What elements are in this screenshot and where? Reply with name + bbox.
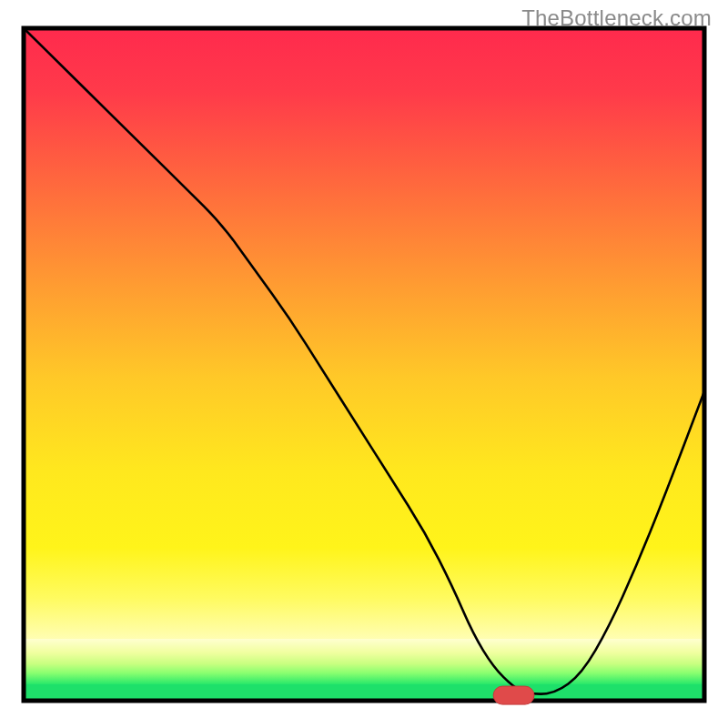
- gradient-lower: [24, 639, 704, 684]
- bottleneck-chart: [0, 0, 728, 728]
- trough-marker: [493, 686, 534, 704]
- gradient-upper: [24, 28, 704, 662]
- plot-area: [24, 28, 704, 704]
- green-strip: [24, 684, 704, 701]
- chart-container: TheBottleneck.com: [0, 0, 728, 728]
